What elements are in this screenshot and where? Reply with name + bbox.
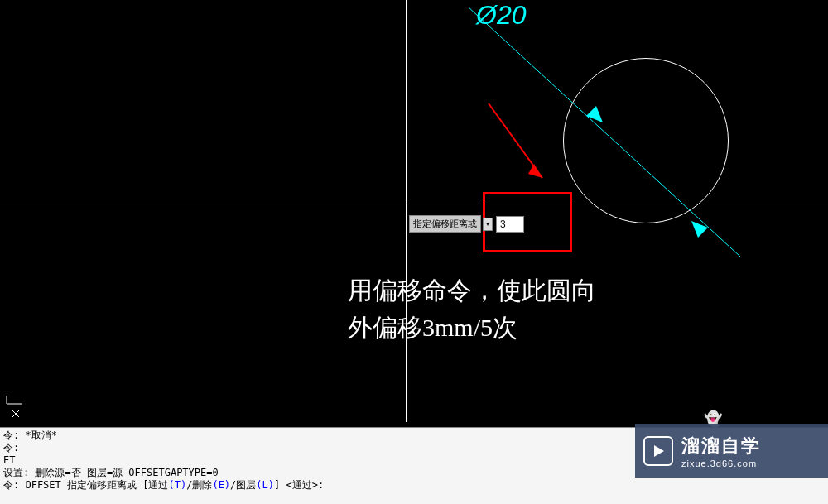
command-option-layer[interactable]: (L) <box>256 479 274 491</box>
instruction-line-2: 外偏移3mm/5次 <box>348 309 596 346</box>
drawn-circle[interactable] <box>563 58 729 223</box>
dynamic-input-tooltip: 指定偏移距离或 ▾ <box>409 215 524 233</box>
ucs-icon <box>4 396 26 420</box>
command-option-erase[interactable]: (E) <box>212 479 230 491</box>
dimension-text: Ø20 <box>476 0 526 31</box>
svg-marker-2 <box>691 221 708 238</box>
annotation-arrow <box>480 99 563 190</box>
crosshair-vertical <box>406 0 407 422</box>
offset-distance-input[interactable] <box>496 216 524 233</box>
svg-line-3 <box>489 103 542 178</box>
command-prompt-line[interactable]: 令: OFFSET 指定偏移距离或 [通过(T)/删除(E)/图层(L)] <通… <box>3 479 825 492</box>
instruction-line-1: 用偏移命令，使此圆向 <box>348 271 596 309</box>
command-prompt-text: 指定偏移距离或 [通过 <box>67 479 168 491</box>
tutorial-instruction: 用偏移命令，使此圆向 外偏移3mm/5次 <box>348 271 596 346</box>
play-icon <box>643 436 673 466</box>
watermark-url: zixue.3d66.com <box>681 458 761 468</box>
watermark-title: 溜溜自学 <box>681 434 761 458</box>
command-name: 令: OFFSET <box>3 479 61 491</box>
svg-marker-4 <box>528 164 542 178</box>
tooltip-prompt-label: 指定偏移距离或 <box>409 215 481 233</box>
cad-drawing-canvas[interactable]: Ø20 指定偏移距离或 ▾ 用偏移命令，使此圆向 外偏移3mm/5次 👻 <box>0 0 828 422</box>
svg-marker-9 <box>654 445 664 457</box>
command-option-through[interactable]: (T) <box>168 479 186 491</box>
tooltip-dropdown-icon[interactable]: ▾ <box>483 218 493 231</box>
watermark-badge: 溜溜自学 zixue.3d66.com <box>635 424 828 478</box>
